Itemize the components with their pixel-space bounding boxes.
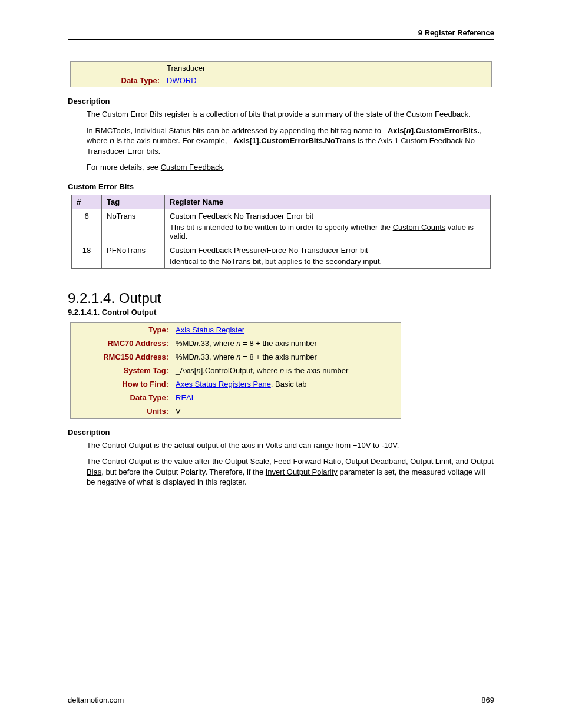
desc2-p2: The Control Output is the value after th… [87, 456, 494, 487]
find-label: How to Find: [71, 377, 172, 391]
footer-page-number: 869 [481, 696, 494, 704]
rmc70-value: %MDn.33, where n = 8 + the axis number [172, 337, 401, 350]
desc2-p1: The Control Output is the actual output … [87, 440, 494, 451]
description-heading-2: Description [68, 428, 494, 437]
custom-feedback-link[interactable]: Custom Feedback [161, 163, 223, 172]
bit-desc: Custom Feedback No Transducer Error bit … [165, 209, 491, 243]
rmc150-label: RMC150 Address: [71, 350, 172, 364]
output-scale-link[interactable]: Output Scale [225, 457, 269, 466]
th-reg: Register Name [165, 195, 491, 209]
desc1-p1: The Custom Error Bits register is a coll… [87, 109, 494, 120]
invert-output-polarity-link[interactable]: Invert Output Polarity [266, 467, 338, 476]
find-value: Axes Status Registers Pane, Basic tab [172, 377, 401, 391]
data-type-label: Data Type: [71, 74, 163, 87]
description-heading-1: Description [68, 97, 494, 106]
dword-link[interactable]: DWORD [167, 76, 197, 85]
table-row: 18 PFNoTrans Custom Feedback Pressure/Fo… [72, 243, 491, 268]
custom-error-bits-table: # Tag Register Name 6 NoTrans Custom Fee… [71, 195, 491, 269]
info-prev-label [71, 62, 163, 74]
desc1-p2: In RMCTools, individual Status bits can … [87, 126, 494, 157]
th-tag: Tag [102, 195, 165, 209]
th-num: # [72, 195, 102, 209]
rmc150-value: %MDn.33, where n = 8 + the axis number [172, 350, 401, 364]
custom-error-bits-heading: Custom Error Bits [68, 182, 494, 191]
systag-value: _Axis[n].ControlOutput, where n is the a… [172, 364, 401, 377]
table-row: 6 NoTrans Custom Feedback No Transducer … [72, 209, 491, 243]
register-info-box-top: Transducer Data Type: DWORD [70, 61, 492, 87]
axis-status-register-link[interactable]: Axis Status Register [176, 325, 244, 334]
bit-num: 18 [72, 243, 102, 268]
custom-counts-link[interactable]: Custom Counts [393, 223, 446, 232]
units-value: V [172, 404, 401, 418]
page-header: 9 Register Reference [68, 28, 494, 40]
bit-desc: Custom Feedback Pressure/Force No Transd… [165, 243, 491, 268]
control-output-heading: 9.2.1.4.1. Control Output [68, 308, 494, 317]
control-output-info-box: Type: Axis Status Register RMC70 Address… [70, 322, 401, 419]
bit-tag: NoTrans [102, 209, 165, 243]
output-limit-link[interactable]: Output Limit [410, 457, 451, 466]
desc1-p3: For more details, see Custom Feedback. [87, 162, 494, 173]
page-footer: deltamotion.com 869 [68, 693, 494, 704]
units-label: Units: [71, 404, 172, 418]
rmc70-label: RMC70 Address: [71, 337, 172, 350]
info-prev-value: Transducer [163, 62, 491, 74]
real-link[interactable]: REAL [176, 393, 196, 402]
axes-status-registers-pane-link[interactable]: Axes Status Registers Pane [176, 380, 271, 388]
dt-label: Data Type: [71, 391, 172, 404]
output-heading: 9.2.1.4. Output [68, 290, 494, 307]
feed-forward-link[interactable]: Feed Forward [273, 457, 321, 466]
output-deadband-link[interactable]: Output Deadband [345, 457, 406, 466]
type-label: Type: [71, 323, 172, 337]
systag-label: System Tag: [71, 364, 172, 377]
footer-site: deltamotion.com [68, 696, 124, 704]
bit-tag: PFNoTrans [102, 243, 165, 268]
bit-num: 6 [72, 209, 102, 243]
